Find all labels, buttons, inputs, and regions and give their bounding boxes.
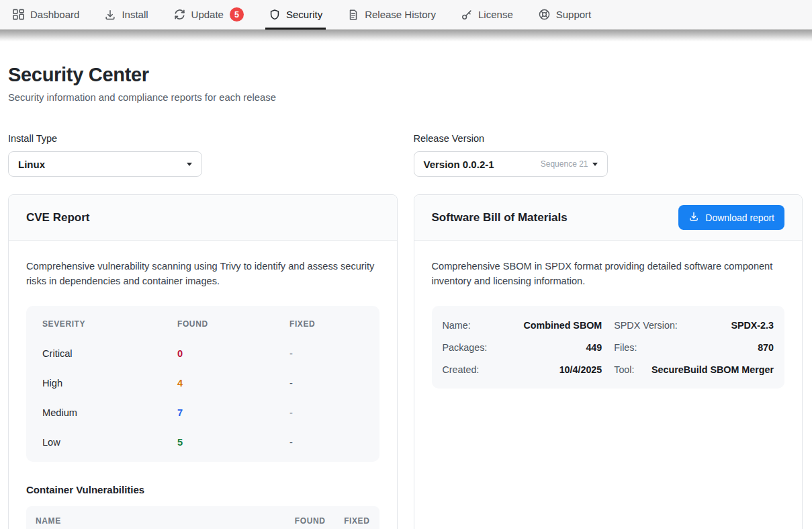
nav-label: Install bbox=[122, 9, 148, 20]
lifebuoy-icon bbox=[538, 8, 551, 21]
download-report-label: Download report bbox=[705, 212, 774, 223]
sequence-label: Sequence 21 bbox=[541, 159, 588, 169]
sbom-tool-label: Tool: bbox=[614, 364, 634, 375]
release-version-select[interactable]: Version 0.0.2-1 Sequence 21 bbox=[414, 151, 608, 177]
refresh-icon bbox=[173, 8, 186, 21]
sbom-details-panel: Name: Combined SBOM SPDX Version: SPDX-2… bbox=[432, 306, 785, 389]
cards-row: CVE Report Comprehensive vulnerability s… bbox=[8, 194, 803, 529]
key-icon bbox=[461, 9, 473, 21]
sbom-card-body: Comprehensive SBOM in SPDX format provid… bbox=[414, 241, 803, 407]
cve-description: Comprehensive vulnerability scanning usi… bbox=[26, 259, 379, 288]
shield-icon bbox=[269, 9, 281, 21]
sbom-card-title: Software Bill of Materials bbox=[432, 211, 568, 225]
sbom-name-label: Name: bbox=[443, 320, 471, 331]
sbom-details-row: Created: 10/4/2025 Tool: SecureBuild SBO… bbox=[443, 358, 774, 380]
chevron-down-icon bbox=[592, 163, 598, 166]
cve-report-card: CVE Report Comprehensive vulnerability s… bbox=[8, 194, 398, 529]
release-version-label: Release Version bbox=[414, 133, 803, 144]
found-count: 5 bbox=[177, 437, 289, 448]
cve-card-header: CVE Report bbox=[9, 195, 397, 241]
sbom-card: Software Bill of Materials Download repo… bbox=[414, 194, 803, 529]
download-icon bbox=[104, 9, 116, 21]
chevron-down-icon bbox=[187, 163, 192, 166]
found-count: 0 bbox=[177, 348, 289, 359]
sbom-tool-value: SecureBuild SBOM Merger bbox=[651, 364, 774, 375]
column-header-found: FOUND bbox=[177, 319, 289, 329]
sbom-details-row: Packages: 449 Files: 870 bbox=[443, 336, 774, 358]
cve-card-body: Comprehensive vulnerability scanning usi… bbox=[9, 241, 397, 529]
download-report-button[interactable]: Download report bbox=[678, 205, 784, 230]
page-subtitle: Security information and compliance repo… bbox=[8, 92, 803, 103]
severity-label: Low bbox=[42, 437, 177, 448]
sbom-name-value: Combined SBOM bbox=[523, 320, 602, 331]
nav-label: Update bbox=[191, 9, 224, 20]
column-header-fixed: FIXED bbox=[289, 319, 363, 329]
page-title: Security Center bbox=[8, 64, 803, 86]
dashboard-grid-icon bbox=[12, 8, 25, 21]
install-type-value: Linux bbox=[18, 159, 45, 170]
table-row-medium: Medium 7 - bbox=[42, 398, 363, 428]
nav-item-install[interactable]: Install bbox=[104, 0, 148, 30]
sbom-files-value: 870 bbox=[758, 342, 774, 353]
nav-item-update[interactable]: Update 5 bbox=[173, 0, 244, 30]
severity-label: Medium bbox=[42, 407, 177, 418]
severity-label: Critical bbox=[42, 348, 177, 359]
header-scroll-shadow bbox=[0, 30, 812, 42]
fixed-count: - bbox=[289, 378, 363, 389]
nav-label: Security bbox=[286, 9, 322, 20]
sbom-card-header: Software Bill of Materials Download repo… bbox=[414, 195, 803, 241]
container-vulnerabilities-title: Container Vulnerabilities bbox=[26, 484, 379, 495]
nav-item-security[interactable]: Security bbox=[269, 0, 322, 30]
download-icon bbox=[688, 211, 699, 224]
sbom-created-label: Created: bbox=[443, 364, 480, 375]
nav-item-license[interactable]: License bbox=[461, 0, 513, 30]
nav-item-dashboard[interactable]: Dashboard bbox=[12, 0, 79, 30]
fixed-count: - bbox=[289, 437, 363, 448]
sbom-created-value: 10/4/2025 bbox=[559, 364, 602, 375]
column-header-name: NAME bbox=[36, 516, 272, 526]
sbom-packages-label: Packages: bbox=[443, 342, 488, 353]
sbom-description: Comprehensive SBOM in SPDX format provid… bbox=[432, 259, 785, 288]
found-count: 7 bbox=[177, 407, 289, 418]
nav-item-support[interactable]: Support bbox=[538, 0, 592, 30]
table-row-critical: Critical 0 - bbox=[42, 339, 363, 368]
sbom-details-row: Name: Combined SBOM SPDX Version: SPDX-2… bbox=[443, 314, 774, 336]
filters-row: Install Type Linux Release Version Versi… bbox=[8, 133, 803, 177]
update-count-badge: 5 bbox=[230, 7, 244, 22]
install-type-filter: Install Type Linux bbox=[8, 133, 398, 177]
column-header-found: FOUND bbox=[287, 516, 326, 526]
severity-table-header: SEVERITY FOUND FIXED bbox=[42, 309, 363, 339]
sbom-spdx-version-label: SPDX Version: bbox=[614, 320, 678, 331]
column-header-fixed: FIXED bbox=[341, 516, 370, 526]
top-navigation: Dashboard Install Update 5 S bbox=[0, 0, 812, 30]
main-content: Security Center Security information and… bbox=[0, 64, 812, 529]
container-vulnerabilities-header: NAME FOUND FIXED bbox=[26, 506, 379, 529]
release-version-filter: Release Version Version 0.0.2-1 Sequence… bbox=[414, 133, 803, 177]
column-header-severity: SEVERITY bbox=[42, 319, 177, 329]
table-row-high: High 4 - bbox=[42, 368, 363, 398]
found-count: 4 bbox=[177, 378, 289, 389]
fixed-count: - bbox=[289, 348, 363, 359]
fixed-count: - bbox=[289, 407, 363, 418]
table-row-low: Low 5 - bbox=[42, 428, 363, 457]
install-type-label: Install Type bbox=[8, 133, 398, 144]
sbom-packages-value: 449 bbox=[586, 342, 602, 353]
nav-label: Support bbox=[556, 9, 592, 20]
nav-label: Release History bbox=[365, 9, 436, 20]
sbom-spdx-version-value: SPDX-2.3 bbox=[731, 320, 774, 331]
nav-label: Dashboard bbox=[30, 9, 79, 20]
cve-card-title: CVE Report bbox=[26, 211, 89, 225]
severity-table: SEVERITY FOUND FIXED Critical 0 - High 4… bbox=[26, 306, 379, 462]
severity-label: High bbox=[42, 378, 177, 389]
install-type-select[interactable]: Linux bbox=[8, 151, 202, 177]
nav-label: License bbox=[478, 9, 513, 20]
release-version-value: Version 0.0.2-1 bbox=[424, 159, 494, 170]
nav-item-release-history[interactable]: Release History bbox=[347, 0, 436, 30]
document-icon bbox=[347, 9, 359, 21]
sbom-files-label: Files: bbox=[614, 342, 637, 353]
